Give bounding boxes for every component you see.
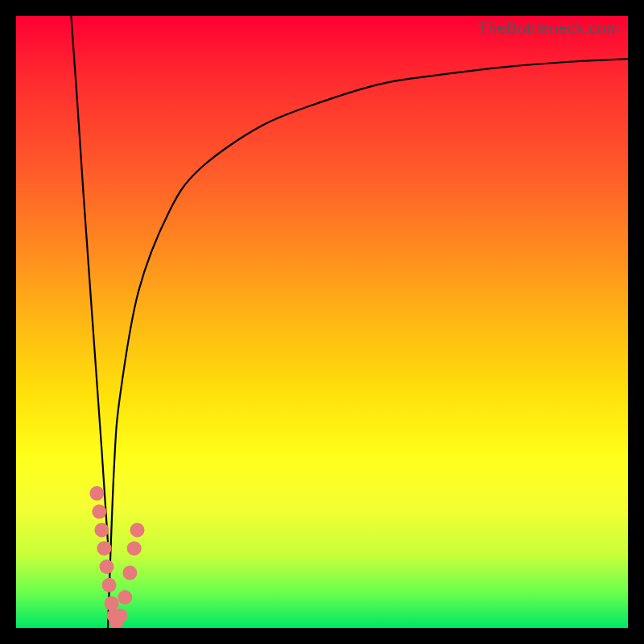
marker-dot <box>113 609 127 623</box>
marker-dot <box>118 590 132 605</box>
marker-dot <box>130 522 144 537</box>
marker-dot <box>102 578 117 592</box>
marker-dot <box>94 522 109 537</box>
marker-dot <box>92 505 106 519</box>
marker-dot <box>105 597 119 611</box>
marker-dot <box>89 486 104 501</box>
curve-left-arm <box>71 16 108 543</box>
marker-dot <box>127 541 142 555</box>
chart-frame: TheBottleneck.com <box>0 0 644 644</box>
plot-area: TheBottleneck.com <box>16 16 628 628</box>
marker-dot <box>97 541 111 555</box>
curve-right-arm <box>108 59 628 628</box>
marker-dot <box>99 559 114 574</box>
chart-svg <box>16 16 628 628</box>
marker-dot <box>122 566 137 580</box>
marker-cluster <box>89 486 144 628</box>
